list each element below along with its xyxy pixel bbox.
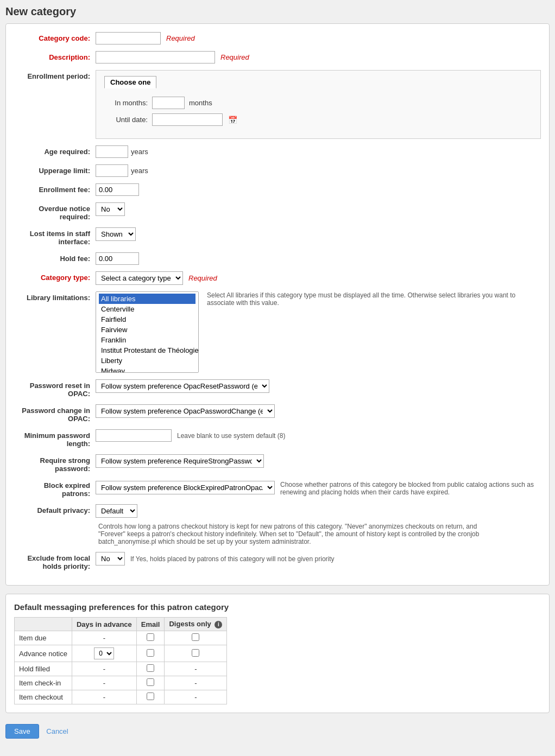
enrollment-tabs: Choose one xyxy=(104,76,532,88)
msg-col-type xyxy=(15,618,72,631)
upperage-years-unit: years xyxy=(131,167,148,175)
months-unit: months xyxy=(189,99,212,107)
description-row: Description: Required xyxy=(14,51,541,63)
min-password-input[interactable] xyxy=(96,429,172,442)
msg-item-checkin-days: - xyxy=(72,676,136,690)
age-required-row: Age required: years xyxy=(14,145,541,158)
msg-col-days-header: Days in advance xyxy=(72,618,136,631)
category-code-area: Required xyxy=(96,32,541,45)
new-category-form: Category code: Required Description: Req… xyxy=(5,23,550,586)
password-change-row: Password change in OPAC: Follow system p… xyxy=(14,404,541,423)
password-reset-select[interactable]: Follow system preference OpacResetPasswo… xyxy=(96,379,269,393)
category-code-row: Category code: Required xyxy=(14,32,541,45)
library-list-select[interactable]: All libraries Centerville Fairfield Fair… xyxy=(96,291,199,373)
until-date-row: Until date: 📅 xyxy=(104,113,532,126)
msg-item-checkin-email-checkbox[interactable] xyxy=(147,678,154,686)
block-expired-hint: Choose whether patrons of this category … xyxy=(280,481,541,496)
msg-advance-notice-digest-checkbox[interactable] xyxy=(192,649,199,657)
min-password-hint: Leave blank to use system default (8) xyxy=(177,432,541,440)
msg-item-due-email-checkbox[interactable] xyxy=(147,633,154,641)
overdue-notice-row: Overdue notice required: No Yes xyxy=(14,202,541,221)
description-area: Required xyxy=(96,51,541,63)
exclude-holds-row: Exclude from local holds priority: No Ye… xyxy=(14,552,541,570)
msg-item-due-email-cell xyxy=(136,631,165,645)
msg-advance-notice-label: Advance notice xyxy=(15,645,72,662)
messaging-table: Days in advance Email Digests only i Ite… xyxy=(14,617,227,704)
until-date-input[interactable] xyxy=(152,113,223,126)
msg-item-due-digest-checkbox[interactable] xyxy=(192,633,199,641)
require-strong-label: Require strong password: xyxy=(14,454,96,473)
msg-item-checkout-email-checkbox[interactable] xyxy=(147,693,154,700)
age-years-unit: years xyxy=(131,148,148,156)
hold-fee-area xyxy=(96,252,541,265)
msg-item-checkin-email-cell xyxy=(136,676,165,690)
min-password-row: Minimum password length: Leave blank to … xyxy=(14,429,541,448)
msg-item-checkout-email-cell xyxy=(136,690,165,704)
upperage-limit-row: Upperage limit: years xyxy=(14,164,541,177)
default-privacy-area: Default Never Forever Controls how long … xyxy=(96,504,541,545)
msg-hold-filled-label: Hold filled xyxy=(15,662,72,676)
msg-hold-filled-days: - xyxy=(72,662,136,676)
min-password-label: Minimum password length: xyxy=(14,429,96,448)
description-input[interactable] xyxy=(96,51,215,63)
enrollment-fee-label: Enrollment fee: xyxy=(14,183,96,194)
category-code-input[interactable] xyxy=(96,32,161,45)
page-title: New category xyxy=(5,5,550,18)
upperage-limit-input[interactable] xyxy=(96,164,128,177)
password-change-area: Follow system preference OpacPasswordCha… xyxy=(96,404,541,418)
enrollment-inner: In months: months Until date: 📅 xyxy=(104,94,532,133)
msg-hold-filled-email-checkbox[interactable] xyxy=(147,664,154,672)
cancel-button[interactable]: Cancel xyxy=(46,727,68,735)
age-required-label: Age required: xyxy=(14,145,96,156)
category-code-required: Required xyxy=(166,34,195,42)
default-privacy-select[interactable]: Default Never Forever xyxy=(96,504,137,518)
password-reset-label: Password reset in OPAC: xyxy=(14,379,96,398)
advance-notice-days-select[interactable]: 012345 xyxy=(94,647,114,659)
require-strong-select[interactable]: Follow system preference RequireStrongPa… xyxy=(96,454,264,468)
hold-fee-input[interactable] xyxy=(96,252,139,265)
msg-item-due-label: Item due xyxy=(15,631,72,645)
password-change-label: Password change in OPAC: xyxy=(14,404,96,423)
enrollment-fee-input[interactable] xyxy=(96,183,139,196)
lost-items-select[interactable]: Shown Hidden xyxy=(96,227,136,241)
lost-items-area: Shown Hidden xyxy=(96,227,541,241)
enrollment-box: Choose one In months: months Until date:… xyxy=(96,70,541,139)
default-privacy-row: Default privacy: Default Never Forever C… xyxy=(14,504,541,545)
password-reset-area: Follow system preference OpacResetPasswo… xyxy=(96,379,541,393)
overdue-notice-area: No Yes xyxy=(96,202,541,216)
category-type-select[interactable]: Select a category type Adult Child Staff… xyxy=(96,271,183,285)
overdue-notice-label: Overdue notice required: xyxy=(14,202,96,221)
msg-advance-notice-email-cell xyxy=(136,645,165,662)
password-change-select[interactable]: Follow system preference OpacPasswordCha… xyxy=(96,404,275,418)
table-row: Item due - xyxy=(15,631,227,645)
msg-item-checkout-label: Item checkout xyxy=(15,690,72,704)
min-password-area: Leave blank to use system default (8) xyxy=(96,429,541,442)
table-row: Item checkout - - xyxy=(15,690,227,704)
messaging-section: Default messaging preferences for this p… xyxy=(5,594,550,713)
library-limitations-area: All libraries Centerville Fairfield Fair… xyxy=(96,291,541,373)
default-privacy-hint: Controls how long a patrons checkout his… xyxy=(98,523,506,545)
exclude-holds-select[interactable]: No Yes xyxy=(96,552,125,566)
messaging-section-title: Default messaging preferences for this p… xyxy=(14,602,541,612)
enrollment-fee-area xyxy=(96,183,541,196)
calendar-icon[interactable]: 📅 xyxy=(228,116,237,124)
save-button[interactable]: Save xyxy=(5,724,39,739)
library-limitations-label: Library limitations: xyxy=(14,291,96,302)
age-required-input[interactable] xyxy=(96,145,128,158)
choose-one-tab[interactable]: Choose one xyxy=(104,76,156,88)
overdue-notice-select[interactable]: No Yes xyxy=(96,202,125,216)
msg-item-checkin-label: Item check-in xyxy=(15,676,72,690)
msg-hold-filled-digest-cell: - xyxy=(165,662,227,676)
msg-col-digests-header: Digests only i xyxy=(165,618,227,631)
block-expired-select[interactable]: Follow system preference BlockExpiredPat… xyxy=(96,481,275,494)
require-strong-area: Follow system preference RequireStrongPa… xyxy=(96,454,541,468)
enrollment-period-label: Enrollment period: xyxy=(14,70,96,80)
exclude-holds-hint: If Yes, holds placed by patrons of this … xyxy=(130,555,541,563)
msg-advance-notice-email-checkbox[interactable] xyxy=(147,649,154,657)
lost-items-label: Lost items in staff interface: xyxy=(14,227,96,246)
months-input[interactable] xyxy=(152,97,185,109)
table-row: Hold filled - - xyxy=(15,662,227,676)
digests-info-icon[interactable]: i xyxy=(215,621,222,628)
enrollment-period-row: Enrollment period: Choose one In months:… xyxy=(14,70,541,139)
enrollment-period-area: Choose one In months: months Until date:… xyxy=(96,70,541,139)
